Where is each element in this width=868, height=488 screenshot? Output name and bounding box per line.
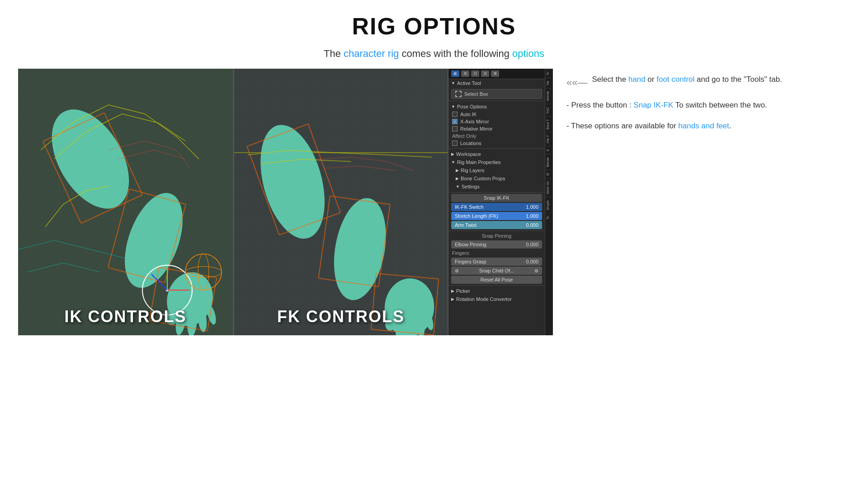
locations-label: Locations bbox=[460, 141, 481, 146]
picker-label: Picker bbox=[456, 288, 470, 294]
bone-custom-arrow: ▶ bbox=[456, 176, 459, 181]
relative-mirror-label: Relative Mirror bbox=[460, 126, 493, 131]
elbow-pinning-value: 0.000 bbox=[526, 242, 538, 247]
picker-arrow: ▶ bbox=[451, 289, 454, 293]
snap-child-settings-icon: ⚙ bbox=[534, 268, 538, 273]
rotation-mode-section[interactable]: ▶ Rotation Mode Convertor bbox=[448, 295, 545, 303]
relative-mirror-checkbox[interactable] bbox=[452, 126, 458, 131]
separator-1 bbox=[448, 101, 545, 101]
rig-layers-label: Rig Layers bbox=[461, 168, 485, 173]
settings-arrow: ▼ bbox=[456, 184, 460, 189]
sidebar-tab-a[interactable]: A bbox=[545, 146, 553, 154]
snap-ik-fk-link[interactable]: Snap IK-FK bbox=[633, 101, 673, 109]
subtitle-mid: comes with the following bbox=[401, 48, 512, 59]
hand-link[interactable]: hand bbox=[628, 75, 646, 84]
sidebar-tab-to-top[interactable]: To bbox=[545, 69, 553, 78]
x-axis-mirror-checkbox[interactable] bbox=[452, 119, 458, 124]
auto-ik-label: Auto IK bbox=[460, 112, 476, 117]
rig-layers-arrow: ▶ bbox=[456, 168, 459, 173]
sidebar-tab-vie[interactable]: Vie bbox=[545, 78, 553, 88]
annotation-3-text: - These options are available for hands … bbox=[566, 120, 731, 132]
annotation-1-text: Select the hand or foot control and go t… bbox=[592, 73, 782, 85]
relative-mirror-row: Relative Mirror bbox=[448, 125, 545, 132]
auto-ik-checkbox[interactable] bbox=[452, 112, 458, 117]
fingers-grasp-value: 0.000 bbox=[526, 259, 538, 264]
workspace-label: Workspace bbox=[456, 151, 481, 157]
pose-options-arrow: ▼ bbox=[451, 104, 455, 109]
locations-row: Locations bbox=[448, 140, 545, 147]
fingers-grasp-button[interactable]: Fingers Grasp 0.000 bbox=[451, 258, 542, 266]
active-tool-section[interactable]: ▼ Active Tool bbox=[448, 79, 545, 87]
arm-twist-button[interactable]: Arm Twist 0.000 bbox=[451, 221, 542, 229]
x-axis-mirror-row: X-Axis Mirror bbox=[448, 118, 545, 125]
pose-options-section[interactable]: ▼ Pose Options bbox=[448, 103, 545, 111]
active-tool-arrow: ▼ bbox=[451, 81, 455, 85]
subtitle-pre: The bbox=[324, 48, 344, 59]
sidebar-tab-mesh-on[interactable]: Mesh On bbox=[545, 178, 553, 197]
tool-icon-2: ⊞ bbox=[461, 70, 469, 77]
sidebar-tabs: To Vie Animat FAC Bone T Har-T A Blende … bbox=[545, 69, 553, 335]
bone-custom-label: Bone Custom Props bbox=[461, 176, 505, 181]
snap-child-icon: ⚙ bbox=[455, 268, 459, 273]
ik-viewport-art bbox=[18, 69, 233, 335]
ik-fk-switch-label: IK-FK Switch bbox=[455, 204, 484, 210]
annotations-panel: ««— Select the hand or foot control and … bbox=[553, 69, 850, 145]
snap-ik-fk-button[interactable]: Snap IK-FK bbox=[451, 194, 542, 202]
annotation-2-text: - Press the button : Snap IK-FK To switc… bbox=[566, 99, 767, 111]
arm-twist-label: Arm Twist bbox=[455, 222, 476, 228]
panel-toolbar: ▦ ⊞ ⊡ ⊟ ⊠ bbox=[448, 69, 545, 79]
sidebar-tab-blende[interactable]: Blende bbox=[545, 154, 553, 170]
rig-main-section[interactable]: ▼ Rig Main Properties bbox=[448, 158, 545, 166]
active-tool-label: Active Tool bbox=[457, 80, 481, 86]
ik-fk-switch-button[interactable]: IK-FK Switch 1.000 bbox=[451, 203, 542, 211]
sidebar-tab-fac[interactable]: FAC bbox=[545, 104, 553, 116]
settings-section[interactable]: ▼ Settings bbox=[448, 183, 545, 191]
arm-twist-value: 0.000 bbox=[526, 222, 538, 228]
select-box-label: Select Box bbox=[464, 91, 488, 97]
sidebar-tab-to-bottom[interactable]: To bbox=[545, 213, 553, 222]
sidebar-tab-bone-t[interactable]: Bone T bbox=[545, 116, 553, 132]
sidebar-tab-animat[interactable]: Animat bbox=[545, 88, 553, 104]
fk-viewport-art bbox=[234, 69, 448, 335]
sidebar-tab-simplic[interactable]: Simplic bbox=[545, 197, 553, 213]
picker-section[interactable]: ▶ Picker bbox=[448, 287, 545, 295]
foot-link[interactable]: foot control bbox=[656, 75, 694, 84]
page-title: RIG OPTIONS bbox=[0, 0, 868, 40]
separator-2 bbox=[448, 148, 545, 149]
fk-viewport[interactable]: FK CONTROLS bbox=[233, 69, 448, 335]
character-rig-link[interactable]: character rig bbox=[344, 48, 399, 59]
annotation-2: - Press the button : Snap IK-FK To switc… bbox=[566, 99, 836, 111]
options-link[interactable]: options bbox=[512, 48, 544, 59]
separator-3 bbox=[448, 192, 545, 192]
tool-icon-5: ⊠ bbox=[491, 70, 499, 77]
auto-ik-row: Auto IK bbox=[448, 111, 545, 118]
elbow-pinning-button[interactable]: Elbow Pinning 0.000 bbox=[451, 240, 542, 249]
stretch-length-button[interactable]: Stretch Length (FK) 1.000 bbox=[451, 212, 542, 220]
separator-5 bbox=[448, 285, 545, 286]
subtitle: The character rig comes with the followi… bbox=[0, 48, 868, 60]
rig-main-arrow: ▼ bbox=[451, 160, 455, 164]
hands-feet-link[interactable]: hands and feet bbox=[678, 122, 729, 130]
main-content: IK CONTROLS bbox=[0, 69, 868, 335]
fingers-label: Fingers: bbox=[448, 249, 545, 257]
ik-label: IK CONTROLS bbox=[18, 307, 233, 326]
ik-viewport[interactable]: IK CONTROLS bbox=[18, 69, 233, 335]
snap-child-button[interactable]: ⚙ Snap Child Of... ⚙ bbox=[451, 267, 542, 275]
rig-layers-section[interactable]: ▶ Rig Layers bbox=[448, 166, 545, 174]
stretch-length-label: Stretch Length (FK) bbox=[455, 213, 498, 219]
annotation-arrow-icon: ««— bbox=[566, 74, 587, 91]
workspace-section[interactable]: ▶ Workspace bbox=[448, 150, 545, 158]
rig-main-label: Rig Main Properties bbox=[457, 160, 501, 165]
fk-label: FK CONTROLS bbox=[234, 307, 448, 326]
bone-custom-section[interactable]: ▶ Bone Custom Props bbox=[448, 174, 545, 183]
rotation-mode-label: Rotation Mode Convertor bbox=[456, 296, 512, 302]
select-box-icon bbox=[455, 91, 462, 97]
reset-all-pose-button[interactable]: Reset All Pose bbox=[451, 276, 542, 284]
select-box-button[interactable]: Select Box bbox=[451, 89, 542, 99]
annotation-1: ««— Select the hand or foot control and … bbox=[566, 73, 836, 91]
locations-checkbox[interactable] bbox=[452, 141, 458, 146]
ik-fk-switch-value: 1.000 bbox=[526, 204, 538, 210]
sidebar-tab-m[interactable]: M bbox=[545, 170, 553, 178]
separator-4 bbox=[448, 230, 545, 231]
sidebar-tab-har-t[interactable]: Har-T bbox=[545, 132, 553, 146]
